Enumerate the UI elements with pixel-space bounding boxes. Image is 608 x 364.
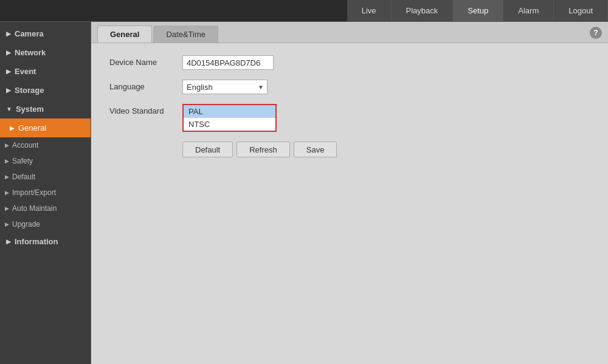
sidebar-item-event[interactable]: ▶ Event: [0, 62, 91, 81]
sidebar-item-network[interactable]: ▶ Network: [0, 43, 91, 62]
sidebar-item-import-export[interactable]: ▶ Import/Export: [0, 185, 91, 201]
language-label: Language: [109, 80, 182, 91]
chevron-right-icon: ▶: [6, 49, 11, 56]
sidebar-item-account[interactable]: ▶ Account: [0, 137, 91, 153]
chevron-right-icon: ▶: [6, 68, 11, 75]
video-standard-row: Video Standard PAL NTSC: [109, 104, 590, 132]
tab-bar: General Date&Time ?: [91, 22, 608, 43]
top-nav: Live Playback Setup Alarm Logout: [0, 0, 608, 22]
sidebar-item-default[interactable]: ▶ Default: [0, 169, 91, 185]
chevron-right-icon: ▶: [6, 30, 11, 37]
chevron-right-icon: ▶: [5, 158, 9, 164]
sidebar-item-auto-maintain[interactable]: ▶ Auto Maintain: [0, 201, 91, 216]
chevron-right-icon: ▶: [5, 190, 9, 196]
content-area: General Date&Time ? Device Name Language…: [91, 22, 608, 364]
default-button[interactable]: Default: [182, 142, 233, 157]
video-standard-dropdown: PAL NTSC: [182, 104, 277, 132]
language-select-wrapper: English ▼: [182, 80, 268, 94]
video-standard-option-pal[interactable]: PAL: [184, 105, 275, 118]
sidebar-item-upgrade[interactable]: ▶ Upgrade: [0, 216, 91, 232]
video-standard-options-box: PAL NTSC: [182, 104, 277, 132]
sidebar-item-storage[interactable]: ▶ Storage: [0, 81, 91, 100]
sidebar: ▶ Camera ▶ Network ▶ Event ▶ Storage ▼ S…: [0, 22, 91, 364]
setup-button[interactable]: Setup: [453, 0, 503, 21]
language-select[interactable]: English: [182, 80, 268, 94]
sidebar-item-camera[interactable]: ▶ Camera: [0, 24, 91, 43]
logout-button[interactable]: Logout: [554, 0, 608, 21]
save-button[interactable]: Save: [294, 142, 337, 157]
chevron-right-icon: ▶: [5, 221, 9, 227]
playback-button[interactable]: Playback: [392, 0, 454, 21]
chevron-right-icon: ▶: [6, 87, 11, 94]
video-standard-label: Video Standard: [109, 104, 182, 115]
chevron-down-icon: ▼: [6, 106, 12, 112]
action-buttons-row: Default Refresh Save: [182, 142, 590, 157]
video-standard-option-ntsc[interactable]: NTSC: [184, 118, 275, 131]
main-layout: ▶ Camera ▶ Network ▶ Event ▶ Storage ▼ S…: [0, 22, 608, 364]
tab-datetime[interactable]: Date&Time: [153, 26, 218, 43]
chevron-right-icon: ▶: [5, 142, 9, 148]
device-name-row: Device Name: [109, 55, 590, 70]
sidebar-item-safety[interactable]: ▶ Safety: [0, 153, 91, 169]
alarm-button[interactable]: Alarm: [503, 0, 554, 21]
chevron-right-icon: ▶: [5, 174, 9, 180]
help-icon[interactable]: ?: [590, 27, 602, 39]
refresh-button[interactable]: Refresh: [237, 142, 290, 157]
tab-general[interactable]: General: [97, 26, 152, 43]
device-name-input[interactable]: [182, 55, 274, 70]
chevron-right-icon: ▶: [5, 205, 9, 211]
live-button[interactable]: Live: [347, 0, 392, 21]
sidebar-item-system[interactable]: ▼ System: [0, 100, 91, 118]
device-name-label: Device Name: [109, 55, 182, 67]
language-row: Language English ▼: [109, 80, 590, 94]
sidebar-item-information[interactable]: ▶ Information: [0, 232, 91, 251]
chevron-right-icon: ▶: [6, 238, 11, 245]
sidebar-item-general[interactable]: ▶ General: [0, 118, 91, 137]
chevron-right-icon: ▶: [10, 125, 15, 131]
form-area: Device Name Language English ▼ Video Sta…: [91, 43, 608, 364]
